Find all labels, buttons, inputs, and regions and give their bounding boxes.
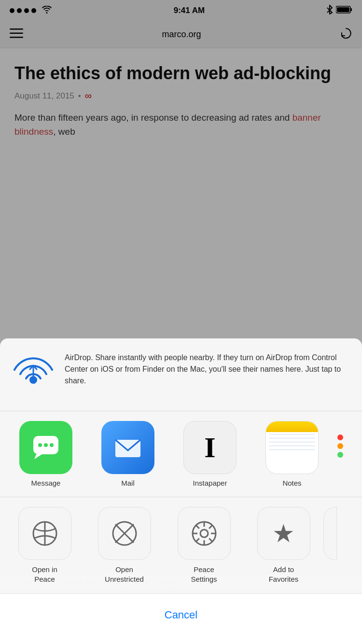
apps-row: Message Mail I Instapaper <box>0 411 362 497</box>
airdrop-panel: AirDrop. Share instantly with people nea… <box>0 338 362 411</box>
svg-line-25 <box>195 525 199 529</box>
mail-app-icon <box>101 421 154 474</box>
cancel-button[interactable]: Cancel <box>10 601 352 630</box>
star-icon: ★ <box>272 519 295 548</box>
notes-app-icon <box>265 421 319 474</box>
action-item-partial <box>323 507 337 560</box>
svg-point-20 <box>200 530 208 537</box>
partial-circle-red <box>337 434 343 440</box>
app-item-partial <box>333 421 348 458</box>
message-app-label: Message <box>31 479 61 487</box>
peace-settings-icon <box>178 507 231 560</box>
app-item-mail[interactable]: Mail <box>87 421 169 487</box>
partial-action-icon <box>323 507 337 560</box>
app-item-message[interactable]: Message <box>5 421 87 487</box>
svg-line-26 <box>209 538 212 542</box>
instapaper-app-icon: I <box>183 421 237 474</box>
svg-point-10 <box>38 443 42 447</box>
add-to-favorites-label: Add toFavorites <box>269 565 299 584</box>
airdrop-description: AirDrop. Share instantly with people nea… <box>65 352 350 387</box>
action-item-add-to-favorites[interactable]: ★ Add toFavorites <box>244 507 323 584</box>
open-in-peace-label: Open inPeace <box>32 565 57 584</box>
peace-settings-label: PeaceSettings <box>191 565 217 584</box>
app-item-instapaper[interactable]: I Instapaper <box>169 421 251 487</box>
cancel-bar: Cancel <box>0 593 362 644</box>
app-item-notes[interactable]: Notes <box>251 421 333 487</box>
instapaper-letter: I <box>204 431 215 464</box>
svg-line-28 <box>195 538 199 542</box>
instapaper-app-label: Instapaper <box>193 479 227 487</box>
open-unrestricted-icon <box>98 507 151 560</box>
open-in-peace-icon <box>18 507 71 560</box>
svg-marker-9 <box>34 454 42 459</box>
open-unrestricted-label: OpenUnrestricted <box>105 565 144 584</box>
mail-app-label: Mail <box>121 479 135 487</box>
notes-app-label: Notes <box>282 479 301 487</box>
svg-point-12 <box>50 443 54 447</box>
svg-point-11 <box>44 443 48 447</box>
partial-circles <box>337 434 343 458</box>
action-item-open-in-peace[interactable]: Open inPeace <box>5 507 84 584</box>
action-item-open-unrestricted[interactable]: OpenUnrestricted <box>84 507 164 584</box>
message-app-icon <box>19 421 72 474</box>
partial-circle-orange <box>337 443 343 449</box>
action-item-peace-settings[interactable]: PeaceSettings <box>164 507 244 584</box>
add-to-favorites-icon: ★ <box>257 507 310 560</box>
share-sheet: AirDrop. Share instantly with people nea… <box>0 338 362 644</box>
airdrop-icon[interactable] <box>12 352 55 397</box>
partial-circle-green <box>337 452 343 458</box>
actions-row: Open inPeace OpenUnrestricted <box>0 497 362 593</box>
svg-line-27 <box>209 525 212 529</box>
